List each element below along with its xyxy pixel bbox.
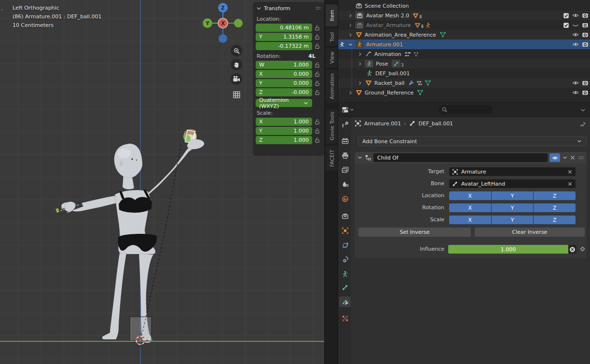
collapse-chevron-icon[interactable]	[256, 5, 262, 12]
tab-bone-properties[interactable]	[341, 283, 349, 292]
panel-drag-dots-icon[interactable]	[315, 5, 321, 12]
scale-z-toggle[interactable]: Z	[534, 216, 576, 224]
collapse-chevron-icon[interactable]	[357, 155, 363, 161]
camera-visibility-icon[interactable]	[582, 89, 589, 96]
lock-icon[interactable]	[312, 71, 322, 77]
expand-arrow-icon[interactable]	[357, 81, 363, 86]
location-x-toggle[interactable]: X	[449, 191, 491, 200]
tab-output-properties[interactable]	[341, 151, 349, 160]
tab-tool-properties[interactable]	[341, 120, 349, 129]
outliner-row-racket-ball[interactable]: Racket_ball	[338, 78, 590, 88]
scale-z-field[interactable]: Z1.000	[256, 136, 312, 144]
tab-render-properties[interactable]	[341, 136, 349, 145]
expand-arrow-icon[interactable]	[348, 23, 353, 28]
constraint-name-input[interactable]: Child Of	[373, 153, 548, 162]
tab-armature-data-properties[interactable]	[341, 270, 349, 278]
expand-arrow-icon[interactable]	[348, 13, 353, 18]
constraint-drag-dots-icon[interactable]	[577, 154, 584, 161]
exclude-checkbox-icon[interactable]	[563, 13, 569, 19]
outliner-row-avatar-mesh[interactable]: Avatar Mesh 2.0 8	[338, 11, 590, 20]
eye-icon[interactable]	[572, 41, 579, 48]
lock-icon[interactable]	[312, 34, 322, 40]
tab-faceit[interactable]: FACEIT	[326, 145, 338, 171]
tab-texture-properties[interactable]	[341, 314, 349, 323]
influence-clear-button[interactable]	[568, 245, 576, 254]
viewport-camera-button[interactable]	[231, 73, 242, 85]
rotation-x-field[interactable]: X0.000	[256, 70, 312, 78]
camera-visibility-icon[interactable]	[582, 41, 589, 48]
camera-visibility-icon[interactable]	[582, 31, 589, 38]
target-field[interactable]: Armature	[449, 167, 576, 176]
scale-y-field[interactable]: Y1.000	[256, 127, 312, 135]
add-bone-constraint-dropdown[interactable]: Add Bone Constraint	[358, 136, 587, 146]
camera-visibility-icon[interactable]	[582, 22, 589, 28]
navigation-gizmo[interactable]: Z Y X	[201, 1, 246, 46]
tab-view-layer-properties[interactable]	[341, 165, 349, 174]
eye-closed-icon[interactable]	[572, 22, 579, 28]
editor-type-selector[interactable]	[341, 106, 355, 114]
tab-view[interactable]: View	[326, 47, 338, 68]
rotation-mode-dropdown[interactable]: Quaternion (WXYZ)	[256, 99, 312, 107]
outliner-row-scene-collection[interactable]: Scene Collection	[338, 1, 590, 11]
transform-panel-title[interactable]: Transform	[264, 5, 315, 12]
influence-keyframe-diamond-icon[interactable]	[579, 246, 586, 252]
outliner-row-animation[interactable]: Animation	[338, 49, 590, 59]
scale-x-toggle[interactable]: X	[449, 216, 491, 224]
outliner-row-ground-reference[interactable]: Ground_Reference	[338, 88, 590, 97]
viewport-pan-button[interactable]	[231, 59, 242, 70]
scale-y-toggle[interactable]: Y	[492, 216, 534, 224]
tab-scene-properties[interactable]	[341, 180, 349, 189]
rotation-z-field[interactable]: Z-0.000	[256, 88, 312, 96]
tab-object-properties[interactable]	[341, 226, 349, 235]
expand-arrow-icon[interactable]	[348, 90, 353, 95]
influence-slider[interactable]: 1.000	[448, 245, 576, 254]
location-y-toggle[interactable]: Y	[492, 191, 534, 200]
lock-icon[interactable]	[312, 43, 322, 49]
tab-tool[interactable]: Tool	[326, 27, 338, 47]
constraint-extras-chevron-icon[interactable]	[562, 155, 568, 161]
outliner-row-def-ball[interactable]: DEF_ball.001	[338, 68, 590, 78]
lock-icon[interactable]	[312, 128, 322, 134]
viewport-zoom-button[interactable]	[231, 45, 242, 56]
ground-reference-box[interactable]	[130, 317, 151, 341]
constraint-enable-eye-button[interactable]	[549, 153, 560, 162]
expand-arrow-icon[interactable]	[357, 52, 363, 57]
location-z-field[interactable]: -0.17322 m	[256, 42, 312, 50]
tab-govie-tools[interactable]: Govie Tools	[326, 108, 338, 144]
tab-animation[interactable]: Animation	[326, 69, 338, 104]
outliner-row-pose[interactable]: Pose 3	[338, 59, 590, 68]
rotation-x-toggle[interactable]: X	[449, 203, 491, 212]
location-x-field[interactable]: 0.48106 m	[256, 24, 312, 32]
rotation-y-field[interactable]: Y0.000	[256, 79, 312, 87]
clear-x-icon[interactable]	[567, 169, 573, 175]
lock-icon[interactable]	[312, 119, 322, 125]
clear-x-icon[interactable]	[567, 181, 573, 187]
location-y-field[interactable]: Y1.3158 m	[256, 33, 312, 41]
tab-bone-constraint-properties[interactable]	[339, 297, 351, 307]
outliner-row-avatar-armature[interactable]: Avatar_Armature 8	[338, 20, 590, 30]
viewport-3d[interactable]: › Left Orthographic (86) Armature.001 : …	[0, 0, 324, 364]
eye-icon[interactable]	[572, 80, 579, 86]
sidebar-toggle-arrow[interactable]: ›	[1, 6, 3, 14]
expand-arrow-icon[interactable]	[348, 32, 353, 38]
lock-icon[interactable]	[312, 62, 322, 68]
scale-x-field[interactable]: X1.000	[256, 118, 312, 126]
lock-icon[interactable]	[312, 137, 322, 143]
expand-arrow-icon[interactable]	[357, 61, 363, 67]
set-inverse-button[interactable]: Set Inverse	[358, 228, 471, 237]
collapse-arrow-icon[interactable]	[348, 42, 353, 47]
exclude-checkbox-icon[interactable]	[563, 22, 569, 28]
location-z-toggle[interactable]: Z	[534, 191, 576, 200]
tab-item[interactable]: Item	[326, 4, 338, 27]
rotation-z-toggle[interactable]: Z	[534, 203, 576, 212]
camera-visibility-icon[interactable]	[582, 80, 589, 86]
outliner-row-armature-001[interactable]: Armature.001	[338, 40, 590, 49]
lock-icon[interactable]	[312, 89, 322, 95]
eye-icon[interactable]	[572, 12, 579, 19]
eye-icon[interactable]	[572, 31, 579, 38]
tab-object-constraint-properties[interactable]	[341, 255, 349, 264]
viewport-grid-button[interactable]	[231, 89, 242, 100]
tab-physics-properties[interactable]	[341, 241, 349, 249]
bone-field[interactable]: Avatar_LeftHand	[449, 179, 576, 188]
tab-world-properties[interactable]	[341, 194, 349, 203]
